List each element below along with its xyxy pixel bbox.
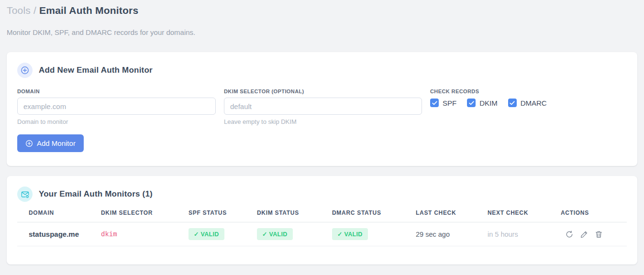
column-header-dkim-selector: DKIM SELECTOR: [101, 209, 189, 216]
check-records-group: CHECK RECORDS SPF DKIM: [430, 88, 627, 125]
mail-check-icon: [17, 187, 33, 202]
add-monitor-card-header: Add New Email Auth Monitor: [17, 63, 627, 78]
column-header-actions: ACTIONS: [561, 209, 627, 216]
monitor-domain: statuspage.me: [17, 230, 101, 238]
column-header-dkim-status: DKIM STATUS: [257, 209, 332, 216]
circle-plus-icon: [25, 140, 33, 147]
check-records-row: SPF DKIM DMARC: [430, 99, 627, 107]
spf-checkbox-label: SPF: [443, 99, 456, 107]
circle-plus-icon: [17, 63, 33, 78]
spf-status-badge: ✓ VALID: [189, 228, 224, 240]
column-header-spf-status: SPF STATUS: [189, 209, 257, 216]
monitors-table: DOMAIN DKIM SELECTOR SPF STATUS DKIM STA…: [17, 209, 627, 246]
page-subtitle: Monitor DKIM, SPF, and DMARC records for…: [7, 28, 637, 36]
dkim-selector-input[interactable]: [224, 98, 422, 115]
add-monitor-form: DOMAIN Domain to monitor DKIM SELECTOR (…: [17, 88, 627, 125]
spf-status-cell: ✓ VALID: [189, 228, 257, 240]
edit-icon[interactable]: [580, 231, 588, 238]
breadcrumb-tools-link[interactable]: Tools: [7, 5, 31, 16]
dmarc-status-badge: ✓ VALID: [332, 228, 368, 240]
checkbox-checked-icon: [508, 99, 517, 107]
last-check-value: 29 sec ago: [416, 231, 488, 238]
monitors-card-header: Your Email Auth Monitors (1): [17, 187, 627, 202]
add-monitor-card-title: Add New Email Auth Monitor: [39, 66, 153, 75]
row-actions: [561, 231, 627, 238]
dkim-checkbox-label: DKIM: [479, 99, 498, 107]
dkim-status-cell: ✓ VALID: [257, 228, 332, 240]
table-header-row: DOMAIN DKIM SELECTOR SPF STATUS DKIM STA…: [17, 209, 627, 222]
dmarc-checkbox[interactable]: DMARC: [508, 99, 547, 107]
monitor-dkim-selector: dkim: [101, 231, 189, 238]
check-records-label: CHECK RECORDS: [430, 88, 627, 94]
domain-field-helper: Domain to monitor: [17, 118, 216, 125]
domain-input[interactable]: [17, 98, 216, 115]
column-header-domain: DOMAIN: [17, 209, 101, 216]
add-monitor-button-label: Add Monitor: [37, 139, 76, 147]
dkim-selector-field-label: DKIM SELECTOR (OPTIONAL): [224, 88, 422, 94]
dmarc-status-cell: ✓ VALID: [332, 228, 416, 240]
delete-icon[interactable]: [595, 231, 602, 238]
breadcrumb: Tools/Email Auth Monitors: [7, 5, 637, 16]
domain-field-group: DOMAIN Domain to monitor: [17, 88, 216, 125]
table-row: statuspage.me dkim ✓ VALID ✓ VALID ✓ VAL…: [17, 222, 627, 246]
dkim-status-badge: ✓ VALID: [257, 228, 293, 240]
monitors-card: Your Email Auth Monitors (1) DOMAIN DKIM…: [7, 176, 637, 264]
spf-checkbox[interactable]: SPF: [430, 99, 456, 107]
add-monitor-button[interactable]: Add Monitor: [17, 134, 84, 152]
dmarc-checkbox-label: DMARC: [521, 99, 547, 107]
refresh-icon[interactable]: [566, 231, 573, 238]
next-check-value: in 5 hours: [488, 231, 561, 238]
column-header-last-check: LAST CHECK: [416, 209, 488, 216]
column-header-next-check: NEXT CHECK: [488, 209, 561, 216]
breadcrumb-separator: /: [33, 5, 36, 16]
page-title: Email Auth Monitors: [39, 5, 138, 16]
checkbox-checked-icon: [430, 99, 439, 107]
dkim-selector-field-group: DKIM SELECTOR (OPTIONAL) Leave empty to …: [224, 88, 422, 125]
checkbox-checked-icon: [467, 99, 476, 107]
add-monitor-card: Add New Email Auth Monitor DOMAIN Domain…: [7, 52, 637, 166]
domain-field-label: DOMAIN: [17, 88, 216, 94]
monitors-card-title: Your Email Auth Monitors (1): [39, 189, 153, 199]
email-auth-monitors-page: Tools/Email Auth Monitors Monitor DKIM, …: [0, 0, 644, 264]
dkim-checkbox[interactable]: DKIM: [467, 99, 498, 107]
column-header-dmarc-status: DMARC STATUS: [332, 209, 416, 216]
dkim-selector-field-helper: Leave empty to skip DKIM: [224, 118, 422, 125]
